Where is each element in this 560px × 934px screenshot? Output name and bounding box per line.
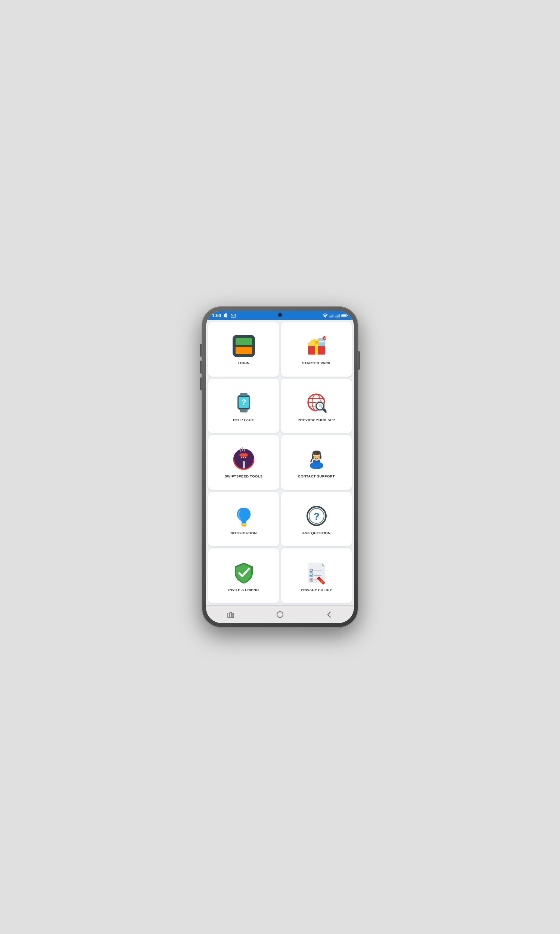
svg-rect-33 bbox=[240, 410, 248, 413]
swiftspeed-tools-label: SWIFTSPEED TOOLS bbox=[225, 474, 263, 478]
svg-rect-3 bbox=[331, 315, 332, 317]
svg-rect-81 bbox=[228, 613, 229, 618]
status-right bbox=[323, 313, 348, 318]
home-icon bbox=[276, 610, 284, 619]
help-page-label: HELP PAGE bbox=[233, 418, 254, 422]
starter-pack-icon: ✕ bbox=[305, 334, 328, 358]
svg-text:✕: ✕ bbox=[323, 337, 326, 340]
help-page-item[interactable]: ? HELP PAGE bbox=[208, 379, 279, 433]
invite-friend-label: INVITE A FRIEND bbox=[228, 588, 259, 592]
contact-support-icon-area bbox=[305, 447, 329, 471]
back-button[interactable] bbox=[323, 608, 336, 621]
wifi-icon bbox=[323, 313, 328, 318]
contact-support-item[interactable]: CONTACT SUPPORT bbox=[281, 435, 352, 490]
email-icon bbox=[231, 314, 236, 317]
invite-friend-icon-area bbox=[232, 561, 256, 585]
contact-support-icon bbox=[305, 448, 328, 471]
svg-point-62 bbox=[314, 456, 315, 458]
svg-rect-4 bbox=[332, 315, 332, 317]
svg-rect-8 bbox=[338, 315, 338, 317]
recent-apps-button[interactable] bbox=[224, 608, 237, 621]
invite-friend-icon bbox=[232, 561, 255, 584]
svg-rect-32 bbox=[240, 393, 248, 396]
svg-rect-84 bbox=[277, 612, 283, 618]
privacy-policy-icon-area bbox=[305, 561, 329, 585]
swiftspeed-tools-item[interactable]: SWIFTSPEED TOOLS bbox=[208, 435, 279, 490]
svg-rect-60 bbox=[320, 456, 322, 459]
login-icon bbox=[232, 335, 255, 357]
help-page-icon: ? bbox=[232, 391, 255, 414]
svg-rect-12 bbox=[342, 315, 346, 317]
svg-rect-15 bbox=[235, 347, 252, 354]
svg-point-1 bbox=[325, 317, 326, 318]
signal1-icon bbox=[329, 313, 334, 318]
privacy-policy-label: PRIVACY POLICY bbox=[301, 588, 332, 592]
svg-point-22 bbox=[315, 341, 318, 344]
login-item[interactable]: LOGIN bbox=[208, 322, 279, 377]
svg-point-63 bbox=[317, 456, 318, 458]
ask-question-icon-area: ? bbox=[305, 504, 329, 528]
status-left: 1:50 bbox=[212, 313, 236, 318]
status-bar: 1:50 bbox=[206, 311, 354, 320]
preview-app-label: PREVIEW YOUR APP bbox=[297, 418, 335, 422]
swiftspeed-tools-icon-area bbox=[232, 447, 256, 471]
swiftspeed-tools-icon bbox=[232, 448, 255, 471]
svg-rect-65 bbox=[242, 525, 246, 526]
battery-icon bbox=[341, 313, 348, 318]
svg-text:?: ? bbox=[314, 511, 320, 522]
preview-app-icon: 🔍 bbox=[305, 391, 328, 414]
svg-rect-7 bbox=[337, 315, 337, 317]
invite-friend-item[interactable]: INVITE A FRIEND bbox=[208, 549, 279, 603]
svg-rect-6 bbox=[335, 316, 336, 317]
login-icon-area bbox=[232, 334, 256, 358]
svg-rect-82 bbox=[230, 612, 231, 618]
nav-bar bbox=[206, 605, 354, 623]
ghost-icon bbox=[223, 313, 228, 318]
back-icon bbox=[326, 611, 333, 618]
starter-pack-icon-area: ✕ bbox=[305, 334, 329, 358]
ask-question-icon: ? bbox=[305, 505, 328, 527]
privacy-policy-item[interactable]: PRIVACY POLICY bbox=[281, 549, 352, 603]
ask-question-item[interactable]: ? ASK QUESTION bbox=[281, 492, 352, 547]
menu-grid: LOGIN bbox=[206, 320, 354, 605]
recent-apps-icon bbox=[227, 611, 234, 618]
starter-pack-label: STARTER PACK bbox=[302, 361, 331, 365]
help-page-icon-area: ? bbox=[232, 391, 256, 415]
phone-screen: 1:50 bbox=[206, 311, 354, 623]
privacy-policy-icon bbox=[305, 561, 328, 584]
home-button[interactable] bbox=[273, 608, 287, 621]
login-label: LOGIN bbox=[238, 361, 250, 365]
svg-point-52 bbox=[240, 453, 248, 456]
preview-app-item[interactable]: 🔍 PREVIEW YOUR APP bbox=[281, 379, 352, 433]
svg-rect-14 bbox=[235, 338, 252, 345]
svg-text:?: ? bbox=[241, 398, 246, 407]
svg-rect-9 bbox=[339, 314, 340, 317]
phone-device: 1:50 bbox=[202, 306, 358, 628]
svg-rect-47 bbox=[243, 461, 245, 469]
svg-point-61 bbox=[310, 461, 312, 462]
svg-rect-83 bbox=[232, 613, 234, 618]
notification-item[interactable]: NOTIFICATION bbox=[208, 492, 279, 547]
svg-text:🔍: 🔍 bbox=[318, 404, 323, 409]
svg-rect-11 bbox=[347, 315, 348, 316]
notification-icon-area bbox=[232, 504, 256, 528]
ask-question-label: ASK QUESTION bbox=[302, 531, 331, 535]
svg-rect-2 bbox=[330, 316, 331, 317]
status-time: 1:50 bbox=[212, 313, 221, 318]
contact-support-label: CONTACT SUPPORT bbox=[298, 474, 335, 478]
notification-icon bbox=[233, 505, 254, 527]
starter-pack-item[interactable]: ✕ STARTER PACK bbox=[281, 322, 352, 377]
svg-rect-64 bbox=[241, 523, 247, 525]
notification-label: NOTIFICATION bbox=[230, 531, 257, 535]
svg-rect-5 bbox=[333, 314, 334, 317]
preview-app-icon-area: 🔍 bbox=[305, 391, 329, 415]
signal2-icon bbox=[335, 313, 340, 318]
